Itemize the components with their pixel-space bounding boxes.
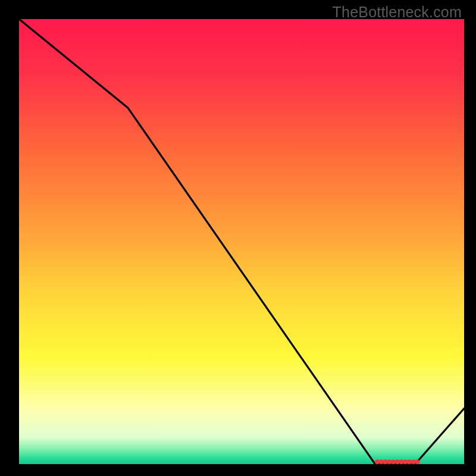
chart-stage: TheBottleneck.com <box>0 0 476 476</box>
marker-cluster <box>375 459 419 464</box>
chart-svg <box>0 0 476 476</box>
plot-area <box>19 19 464 464</box>
marker-dot <box>415 459 419 464</box>
